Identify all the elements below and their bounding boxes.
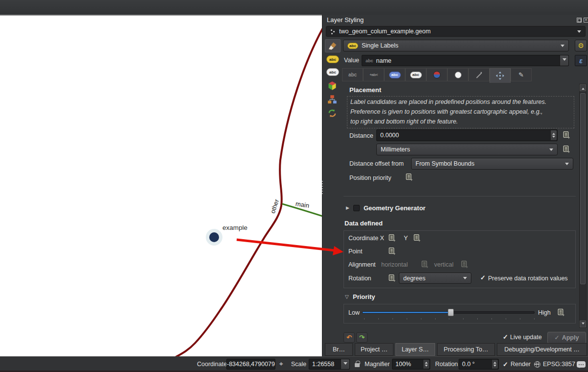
data-defined-override-vertical[interactable] — [460, 260, 468, 269]
undo-button[interactable]: ↶ — [343, 332, 355, 343]
dock-tab-browser[interactable]: Br… — [325, 343, 353, 356]
background-tab-icon: abc — [410, 72, 422, 78]
panel-scrollbar[interactable] — [579, 84, 587, 328]
scroll-down-icon — [582, 322, 585, 326]
rotation-spinbox[interactable]: 0.0 ° — [459, 359, 499, 370]
panel-title: Layer Styling — [327, 16, 364, 24]
map-canvas[interactable]: example other main — [0, 15, 322, 356]
tab-background[interactable]: abc — [405, 68, 426, 81]
data-defined-override-rotation[interactable] — [388, 274, 396, 282]
live-update-checkbox[interactable]: ✓ — [503, 333, 508, 341]
tab-rendering[interactable]: ✎ — [511, 68, 532, 81]
apply-button[interactable]: ✓ Apply — [547, 332, 586, 344]
layer-selector[interactable]: two_geom_colum_example.geom — [326, 26, 586, 37]
formatting-tab-icon: +ab< — [369, 73, 378, 77]
data-defined-override-priority[interactable] — [557, 308, 565, 317]
data-defined-override-horizontal[interactable] — [420, 260, 429, 269]
value-label: Value — [344, 57, 359, 64]
data-defined-override-point[interactable] — [388, 247, 396, 255]
data-defined-override-distance[interactable] — [562, 131, 570, 139]
text-tab-icon: abc — [348, 72, 357, 77]
expression-builder-button[interactable]: ε — [575, 55, 587, 66]
magnifier-spin-buttons[interactable] — [423, 360, 429, 369]
automated-placement-settings-button[interactable]: ⚙ — [575, 40, 587, 51]
horizontal-label: horizontal — [381, 261, 408, 268]
close-panel-icon[interactable]: × — [584, 18, 588, 23]
tab-placement[interactable] — [490, 68, 511, 83]
magnifier-label: Magnifier — [365, 361, 390, 368]
dock-tab-label: Processing To… — [444, 346, 489, 353]
globe-crs-icon[interactable] — [534, 361, 540, 368]
data-defined-override-coordinate-x[interactable] — [388, 234, 396, 242]
position-priority-label: Position priority — [349, 174, 391, 181]
priority-slider-handle[interactable] — [448, 309, 454, 316]
label-mode-select[interactable]: abc Single Labels — [343, 40, 569, 51]
undo-icon: ↶ — [346, 334, 352, 341]
scale-label: Scale — [291, 361, 306, 368]
tab-text[interactable]: abc — [342, 68, 363, 81]
geometry-generator-checkbox[interactable] — [353, 205, 360, 211]
scale-dropdown-button[interactable] — [341, 359, 349, 369]
rotation-spin-buttons[interactable] — [491, 360, 498, 369]
scroll-up-button[interactable] — [580, 84, 586, 91]
distance-offset-from-select[interactable]: From Symbol Bounds — [411, 158, 573, 170]
messages-icon[interactable] — [577, 361, 586, 368]
distance-spinbox[interactable]: 0.0000 — [376, 129, 558, 141]
dock-tab-label: Project … — [361, 346, 388, 353]
collapse-triangle-icon[interactable]: ▽ — [345, 294, 349, 299]
tracking-cursor-icon[interactable]: ⌖ — [279, 360, 283, 368]
sidebar-item-labels[interactable]: abc — [326, 55, 339, 63]
status-bar: Coordinate -834268,4790079 ⌖ Scale 1:265… — [0, 356, 588, 372]
lock-scale-icon[interactable] — [355, 363, 360, 367]
coordinate-x-label: Coordinate X — [348, 235, 384, 242]
distance-unit-select[interactable]: Millimeters — [376, 144, 558, 155]
crs-value: EPSG:3857 — [543, 361, 575, 368]
float-panel-icon[interactable] — [577, 18, 582, 23]
render-label: Render — [511, 361, 531, 368]
rotation-unit-select[interactable]: degrees — [399, 273, 471, 284]
expand-triangle-icon[interactable]: ▶ — [346, 205, 349, 210]
tab-shadow[interactable] — [426, 68, 447, 81]
tab-buffer[interactable]: abc — [384, 68, 405, 81]
panel-splitter-handle[interactable] — [321, 179, 324, 196]
qgis-window: example other main Layer Styling × two_g… — [0, 0, 588, 372]
data-defined-override-unit[interactable] — [562, 145, 570, 153]
coordinate-input[interactable]: -834268,4790079 — [226, 359, 275, 370]
data-defined-override-position-priority[interactable] — [405, 173, 413, 181]
data-defined-override-coordinate-y[interactable] — [413, 234, 421, 242]
distance-spin-buttons[interactable] — [550, 130, 557, 140]
sidebar-item-symbology[interactable] — [325, 39, 341, 52]
tab-formatting[interactable]: +ab< — [363, 68, 384, 81]
paintbrush-icon — [328, 41, 338, 51]
mask-wand-icon — [475, 71, 483, 79]
magnifier-value: 100% — [395, 361, 411, 368]
dock-tab-layer-styling[interactable]: Layer S… — [395, 343, 435, 356]
spin-down-icon — [425, 365, 428, 368]
rotation-unit-value: degrees — [403, 275, 425, 282]
tab-callouts[interactable] — [447, 68, 468, 81]
vertical-label: vertical — [434, 261, 454, 268]
redo-icon: ↷ — [359, 334, 365, 341]
sidebar-item-3d-view[interactable] — [326, 80, 338, 92]
scroll-down-button[interactable] — [580, 321, 586, 327]
render-checkbox[interactable]: ✓ — [503, 361, 508, 368]
sidebar-item-diagrams[interactable] — [326, 94, 338, 105]
preserve-rotation-checkbox[interactable]: ✓ — [480, 274, 486, 281]
magnifier-spinbox[interactable]: 100% — [392, 359, 430, 370]
cube-3d-icon — [327, 81, 337, 91]
value-field-dropdown[interactable] — [560, 55, 568, 66]
scale-combobox[interactable]: 1:26558 — [309, 359, 350, 370]
sidebar-item-masks[interactable]: abc — [326, 68, 339, 76]
dock-tab-processing[interactable]: Processing To… — [437, 343, 495, 356]
tab-mask[interactable] — [468, 68, 490, 81]
scrollbar-handle[interactable] — [580, 93, 586, 284]
distance-value: 0.0000 — [380, 132, 399, 139]
redo-button[interactable]: ↷ — [356, 332, 368, 343]
distance-offset-from-label: Distance offset from — [349, 160, 404, 167]
point-label: Point — [348, 248, 363, 255]
value-field-select[interactable]: abc name — [362, 55, 569, 66]
dock-tab-debugging[interactable]: Debugging/Development … — [497, 343, 587, 356]
placement-move-icon — [496, 72, 504, 80]
dock-tab-project[interactable]: Project … — [355, 343, 393, 356]
sidebar-item-history[interactable] — [326, 107, 338, 119]
